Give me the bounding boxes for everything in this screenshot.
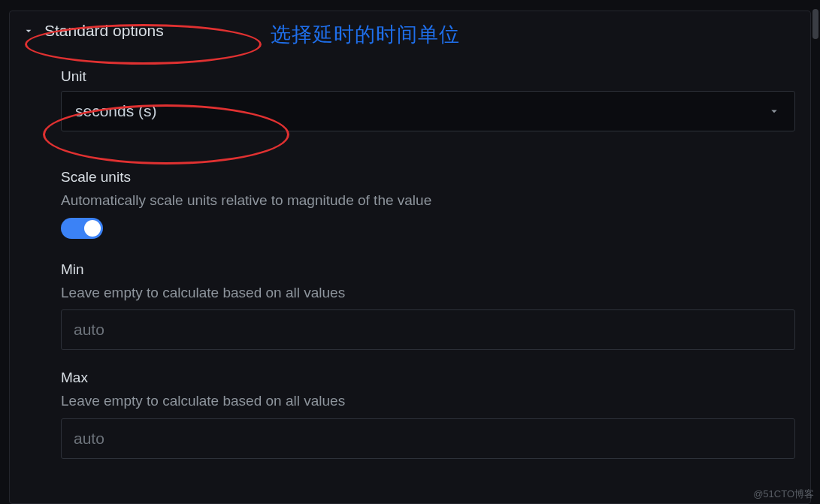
unit-select[interactable]: seconds (s)	[61, 91, 795, 131]
watermark: @51CTO博客	[753, 487, 814, 501]
min-input[interactable]	[74, 321, 782, 339]
scale-units-description: Automatically scale units relative to ma…	[61, 192, 795, 210]
max-label: Max	[61, 370, 795, 386]
max-field-group: Max Leave empty to calculate based on al…	[61, 370, 795, 459]
max-input[interactable]	[74, 430, 782, 448]
scrollbar-thumb[interactable]	[812, 9, 818, 39]
unit-label: Unit	[61, 68, 795, 85]
section-title: Standard options	[44, 22, 164, 40]
unit-select-value: seconds (s)	[75, 102, 767, 120]
max-input-wrap	[61, 418, 795, 459]
max-description: Leave empty to calculate based on all va…	[61, 392, 795, 411]
min-input-wrap	[61, 309, 795, 350]
min-label: Min	[61, 261, 795, 278]
min-description: Leave empty to calculate based on all va…	[61, 284, 795, 303]
scale-units-group: Scale units Automatically scale units re…	[61, 169, 795, 242]
section-content: Unit seconds (s) Scale units Automatical…	[17, 68, 803, 459]
scale-units-toggle[interactable]	[61, 218, 103, 239]
scrollbar-track[interactable]	[812, 9, 818, 490]
min-field-group: Min Leave empty to calculate based on al…	[61, 261, 795, 351]
unit-field-group: Unit seconds (s)	[61, 68, 795, 131]
scale-units-label: Scale units	[61, 169, 795, 186]
chevron-down-icon	[767, 104, 781, 118]
options-panel: Standard options Unit seconds (s) Scale …	[9, 11, 811, 504]
annotation-text: 选择延时的时间单位	[271, 21, 460, 48]
toggle-knob	[84, 220, 101, 237]
chevron-down-icon	[22, 24, 35, 38]
